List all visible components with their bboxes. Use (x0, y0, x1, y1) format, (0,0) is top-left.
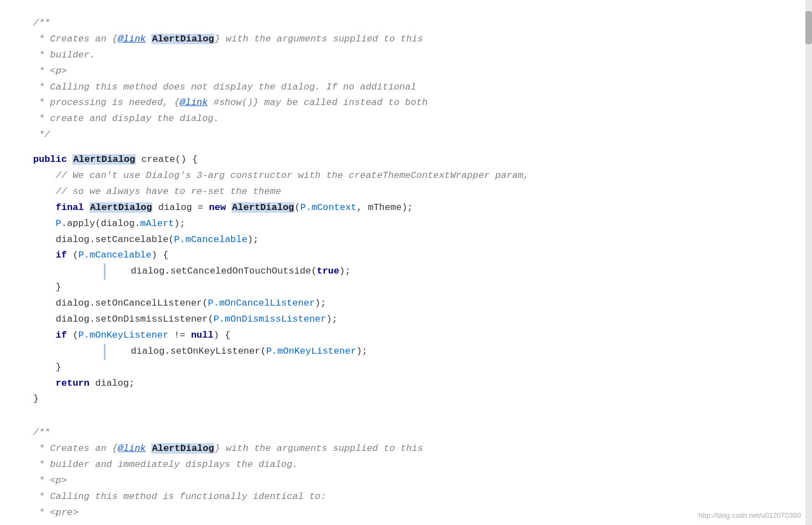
code-line: P.apply(dialog.mAlert); (33, 216, 779, 232)
comment-line: * Creates an {@link AlertDialog} with th… (33, 32, 779, 48)
comment-line: * Calling this method is functionally id… (33, 489, 779, 505)
comment-line: * builder. (33, 48, 779, 64)
comment-line: */ (33, 127, 779, 143)
code-line: } (33, 360, 779, 376)
code-line: final AlertDialog dialog = new AlertDial… (33, 200, 779, 216)
code-line: dialog.setOnCancelListener(P.mOnCancelLi… (33, 296, 779, 312)
comment-line: * <pre> (33, 505, 779, 521)
comment-line: * builder and immediately displays the d… (33, 457, 779, 473)
inner-comment-line: // We can't use Dialog's 3-arg construct… (33, 168, 779, 184)
scrollbar-thumb[interactable] (805, 11, 812, 44)
code-line: dialog.setCanceledOnTouchOutside(true); (108, 264, 779, 280)
code-line: } (33, 391, 779, 407)
comment-line: * processing is needed, {@link #show()} … (33, 95, 779, 111)
inner-comment-line: // so we always have to re-set the theme (33, 184, 779, 200)
comment-line: /** (33, 15, 779, 32)
code-line: dialog.setCancelable(P.mCancelable); (33, 232, 779, 248)
method-create: public AlertDialog create() { // We can'… (33, 148, 779, 412)
comment-line: /** (33, 425, 779, 441)
code-line: if (P.mOnKeyListener != null) { (33, 328, 779, 344)
comment-line: * <p> (33, 64, 779, 80)
code-container: /** * Creates an {@link AlertDialog} wit… (0, 0, 812, 525)
code-line: if (P.mCancelable) { (33, 248, 779, 264)
if-block-2: dialog.setOnKeyListener(P.mOnKeyListener… (104, 344, 779, 360)
comment-line: * Creates an {@link AlertDialog} with th… (33, 441, 779, 457)
javadoc-comment-2: /** * Creates an {@link AlertDialog} wit… (33, 421, 779, 525)
comment-line: * create and display the dialog. (33, 111, 779, 127)
code-line: dialog.setOnDismissListener(P.mOnDismiss… (33, 312, 779, 328)
code-block: /** * Creates an {@link AlertDialog} wit… (0, 11, 812, 525)
javadoc-comment-1: /** * Creates an {@link AlertDialog} wit… (33, 11, 779, 148)
method-signature-line: public AlertDialog create() { (33, 152, 779, 168)
spacer (33, 412, 779, 421)
code-line: dialog.setOnKeyListener(P.mOnKeyListener… (108, 344, 779, 360)
comment-line: * <p> (33, 473, 779, 489)
code-line: return dialog; (33, 376, 779, 392)
code-line: } (33, 280, 779, 296)
if-block-1: dialog.setCanceledOnTouchOutside(true); (104, 264, 779, 280)
scrollbar[interactable] (805, 0, 812, 525)
watermark: http://blog.csdn.net/u012070360 (698, 511, 801, 519)
comment-line: * Calling this method does not display t… (33, 80, 779, 96)
